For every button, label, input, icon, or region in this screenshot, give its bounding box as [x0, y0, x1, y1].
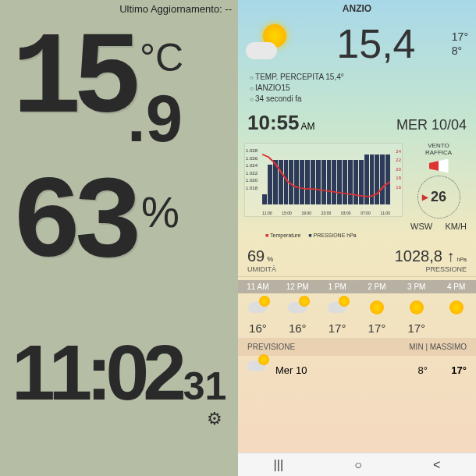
lcd-panel: Ultimo Aggiornamento: -- 15 °C .9 63 % 1…	[0, 0, 238, 476]
forecast-header-1: PREVISIONE	[247, 343, 409, 351]
humidity-pressure-row: 69 % UMIDITÀ 1028,8 ↑ hPa PRESSIONE	[238, 238, 476, 276]
pressure-block: 1028,8 ↑ hPa PRESSIONE	[395, 247, 467, 273]
chart-wind-section: 1.0281.0261.0241.0221.0201.018 242220181…	[238, 140, 476, 234]
hour-icon	[396, 297, 436, 318]
hour-icon	[278, 297, 318, 318]
nav-home-icon[interactable]: ○	[354, 458, 362, 472]
feels-like: TEMP. PERCEPITA 15,4°	[250, 72, 464, 83]
updated-ago: 34 secondi fa	[250, 94, 464, 105]
x-axis-hours: 11:0015:0019:0023:0003:0007:0011:00	[262, 211, 390, 215]
lcd-clock: 11:02 31	[12, 328, 226, 417]
wind-unit: KM/H	[446, 222, 467, 231]
humidity-label: UMIDITÀ	[247, 265, 276, 273]
temp-high: 17°	[452, 30, 468, 43]
temp-line	[262, 150, 390, 204]
hour-time: 4 PM	[436, 280, 476, 293]
forecast-row[interactable]: Mer 10 8° 17°	[238, 356, 476, 385]
hour-time: 3 PM	[396, 280, 436, 293]
hour-icon	[238, 297, 278, 318]
hourly-forecast[interactable]: 11 AM16°12 PM16°1 PM17°2 PM17°3 PM17°4 P…	[238, 276, 476, 338]
pressure-unit: hPa	[457, 257, 467, 262]
lcd-humidity: 63 %	[12, 176, 179, 275]
nav-recent-icon[interactable]: |||	[274, 458, 283, 472]
temp-decimal: .9	[127, 80, 183, 157]
legend-pressure: PRESSIONE hPa	[308, 233, 356, 238]
weather-panel: ANZIO 15,4 17° 8° TEMP. PERCEPITA 15,4° …	[238, 0, 476, 476]
humidity-block: 69 % UMIDITÀ	[247, 247, 276, 273]
temp-unit: °C	[140, 35, 183, 80]
hour-cell[interactable]: 2 PM17°	[357, 277, 396, 338]
station-meta: TEMP. PERCEPITA 15,4° IANZIO15 34 second…	[238, 70, 476, 106]
hour-cell[interactable]: 12 PM16°	[278, 277, 318, 338]
humidity-unit: %	[267, 255, 273, 263]
humidity-value: 69	[247, 247, 265, 265]
hour-temp: 16°	[278, 321, 318, 335]
hour-cell[interactable]: 3 PM17°	[396, 277, 436, 338]
humidity-value: 63	[12, 176, 133, 275]
temp-range: 17° 8°	[452, 30, 468, 57]
time-date-row: 10:55AM MER 10/04	[238, 106, 476, 140]
humidity-unit: %	[141, 187, 179, 237]
hour-time: 12 PM	[278, 280, 318, 293]
date-label: MER 10/04	[396, 117, 467, 133]
wind-arrow-icon: ▶	[422, 193, 428, 201]
wind-speed: 26	[431, 189, 446, 205]
hour-icon	[436, 297, 476, 318]
hour-cell[interactable]: 1 PM17°	[318, 277, 357, 338]
pressure-label: PRESSIONE	[395, 265, 467, 273]
forecast-min: 8°	[396, 364, 428, 376]
time-seconds: 31	[183, 364, 227, 409]
chart-legend: Temperature PRESSIONE hPa	[238, 233, 476, 238]
hour-icon	[318, 297, 357, 318]
clock-ampm: AM	[301, 121, 315, 132]
temp-low: 8°	[452, 44, 468, 57]
y-axis-temp: 2422201816	[396, 147, 401, 192]
hour-icon	[357, 297, 396, 318]
wind-direction: WSW	[410, 222, 432, 231]
clock-time: 10:55	[247, 111, 300, 134]
forecast-header: PREVISIONE MIN | MASSIMO	[238, 338, 476, 356]
android-nav-bar: ||| ○ <	[238, 453, 476, 476]
hour-cell[interactable]: 11 AM16°	[238, 277, 278, 338]
wind-label-2: RAFFICA	[407, 150, 470, 157]
hour-time: 2 PM	[357, 280, 396, 293]
time-main: 11:02	[12, 328, 180, 417]
hour-temp: 17°	[357, 321, 396, 335]
hour-temp: 17°	[318, 321, 357, 335]
current-temp: 15,4	[300, 20, 452, 67]
station-id: IANZIO15	[250, 83, 464, 94]
current-conditions: 15,4 17° 8°	[238, 17, 476, 70]
nav-back-icon[interactable]: <	[433, 458, 440, 472]
windsock-icon	[429, 159, 449, 173]
pressure-temp-chart[interactable]: 1.0281.0261.0241.0221.0201.018 242220181…	[244, 143, 403, 217]
y-axis-pressure: 1.0281.0261.0241.0221.0201.018	[246, 147, 258, 193]
hour-time: 1 PM	[318, 280, 357, 293]
hour-temp: 16°	[238, 321, 278, 335]
wind-compass: ▶ 26	[417, 176, 460, 218]
lcd-temperature: 15 °C .9	[12, 31, 226, 157]
forecast-icon	[247, 361, 271, 380]
forecast-day: Mer 10	[275, 364, 396, 376]
pressure-value: 1028,8 ↑	[395, 247, 455, 265]
gear-icon[interactable]: ⚙	[207, 409, 222, 429]
hour-time: 11 AM	[238, 280, 278, 293]
forecast-max: 17°	[428, 364, 467, 376]
hour-cell[interactable]: 4 PM	[436, 277, 476, 338]
hour-temp: 17°	[396, 321, 436, 335]
legend-temp: Temperature	[265, 233, 300, 238]
wind-widget: VENTO RAFFICA ▶ 26 WSW KM/H	[407, 143, 470, 231]
temp-integer: 15	[12, 31, 133, 131]
weather-icon	[246, 24, 293, 63]
location-label[interactable]: ANZIO	[238, 0, 476, 17]
forecast-header-2: MIN | MASSIMO	[409, 343, 467, 351]
